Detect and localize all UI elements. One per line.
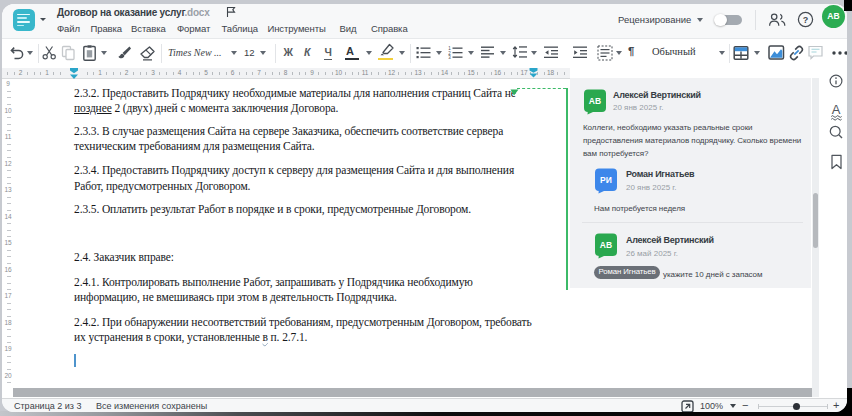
- svg-text:АВ: АВ: [589, 96, 601, 106]
- svg-text:АВ: АВ: [600, 240, 612, 250]
- svg-text:А: А: [832, 102, 841, 117]
- svg-text:3: 3: [448, 55, 451, 59]
- svg-text:?: ?: [803, 15, 809, 25]
- svg-text:РИ: РИ: [600, 175, 612, 185]
